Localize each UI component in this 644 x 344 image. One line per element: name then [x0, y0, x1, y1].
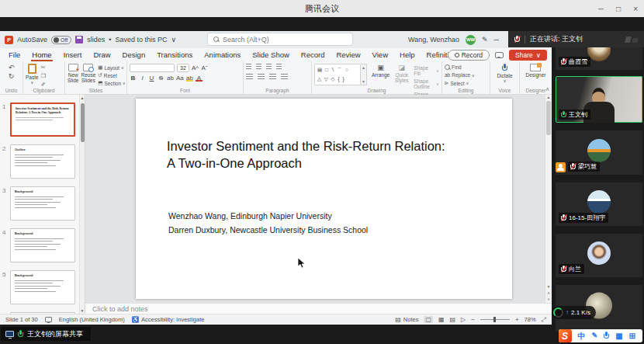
grow-font-button[interactable]: A^ — [192, 64, 199, 71]
ime-keyboard-icon[interactable]: ▦ — [615, 329, 622, 342]
reading-view-button[interactable]: ▤ — [450, 316, 456, 323]
ime-toolbar[interactable]: S 中 ✎ ▦ ⊞ — [559, 329, 642, 342]
quick-styles-button[interactable]: ◪ Quick Styles — [392, 64, 411, 83]
designer-button[interactable]: Designer — [525, 64, 545, 78]
notes-toggle[interactable]: ▤ Notes — [395, 316, 418, 323]
ribbon-tab[interactable]: View — [372, 48, 389, 61]
ribbon-tab[interactable]: Help — [399, 48, 416, 61]
find-button[interactable]: Find — [445, 64, 462, 70]
accessibility-status[interactable]: ♿ Accessibility: Investigate — [132, 316, 205, 323]
reset-button[interactable]: ↺Reset — [98, 72, 116, 78]
numbering-icon[interactable] — [256, 64, 261, 69]
minimize-button[interactable]: ─ — [598, 5, 604, 13]
dictate-button[interactable]: Dictate ∨ — [497, 64, 512, 84]
indent-increase-icon[interactable] — [276, 64, 282, 69]
search-box[interactable]: Search (Alt+Q) — [208, 33, 352, 45]
ribbon-tab[interactable]: Insert — [63, 48, 83, 61]
bullets-icon[interactable] — [246, 64, 251, 69]
align-center-icon[interactable] — [258, 74, 265, 79]
ppt-minimize-button[interactable]: ─ — [494, 36, 499, 43]
select-button[interactable]: ⊳Select∨ — [445, 80, 469, 86]
copy-icon[interactable]: ❐ — [41, 72, 46, 80]
ribbon-tab[interactable]: Review — [335, 48, 361, 61]
ribbon-tab[interactable]: Transitions — [156, 48, 193, 61]
next-slide-icon[interactable]: ∨ — [547, 297, 550, 301]
ime-pen-icon[interactable]: ✎ — [592, 329, 598, 342]
ribbon-tab[interactable]: Record — [300, 48, 326, 61]
slide-thumbnail[interactable]: 5 Background — [2, 270, 75, 304]
paste-button[interactable]: Paste ∨ — [26, 64, 39, 85]
ribbon-tab[interactable]: Animations — [203, 48, 241, 61]
user-avatar[interactable]: WW — [466, 35, 476, 45]
scroll-up-icon[interactable]: ▲ — [81, 95, 85, 101]
change-case-button[interactable]: Aa — [176, 75, 184, 82]
ribbon-tab[interactable]: File — [8, 48, 21, 61]
italic-button[interactable]: I — [139, 75, 146, 82]
ribbon-tab[interactable]: Draw — [92, 48, 111, 61]
participant-tile[interactable]: 向兰 — [556, 234, 642, 277]
scrollbar-thumb[interactable] — [81, 103, 85, 142]
edit-pencil-icon[interactable]: ✎ — [482, 36, 488, 43]
zoom-slider[interactable] — [480, 319, 510, 320]
notes-bar[interactable]: Click to add notes — [85, 303, 552, 314]
share-button[interactable]: Share∨ — [509, 50, 547, 61]
scrollbar-thumb[interactable] — [546, 101, 551, 135]
zoom-in-button[interactable]: + — [515, 316, 519, 323]
zoom-slider-knob[interactable] — [493, 317, 496, 322]
language-status[interactable]: English (United Kingdom) — [59, 316, 125, 323]
screen-share-banner[interactable]: 王文钊的屏幕共享 — [1, 327, 91, 341]
align-right-icon[interactable] — [269, 74, 276, 79]
comments-icon[interactable] — [495, 52, 504, 58]
slide-title[interactable]: Investor Sentiment and the Risk-Return R… — [167, 137, 483, 172]
shape-fill-button[interactable]: Shape Fill∨ — [414, 65, 439, 76]
layout-button[interactable]: ▦Layout∨ — [98, 64, 123, 71]
autosave-toggle[interactable]: Off — [51, 36, 71, 44]
font-name-input[interactable] — [130, 64, 175, 72]
document-title[interactable]: slides — [87, 36, 105, 43]
previous-slide-icon[interactable]: ∧ — [547, 290, 550, 295]
align-left-icon[interactable] — [246, 74, 253, 79]
sogou-logo[interactable]: S — [559, 329, 572, 342]
strikethrough-button[interactable]: S — [158, 75, 164, 82]
slide-sorter-view-button[interactable]: ▦ — [438, 316, 445, 323]
slide-canvas[interactable]: Investor Sentiment and the Risk-Return R… — [136, 99, 512, 299]
replace-button[interactable]: abReplace∨ — [445, 72, 475, 78]
font-color-button[interactable]: A — [196, 75, 203, 82]
highlight-color-button[interactable]: ab — [186, 75, 193, 82]
ribbon-tab[interactable]: Design — [122, 48, 147, 61]
close-button[interactable]: × — [633, 5, 638, 13]
slide-thumbnail[interactable]: 4 Background — [2, 228, 75, 262]
shapes-gallery[interactable]: ▤ □ ∖ ⌒ ○ △ ▽ ◇ { } — [314, 64, 361, 85]
panel-scrollbar[interactable]: ▲ ▼ — [79, 95, 85, 314]
slide-editor-canvas[interactable]: Investor Sentiment and the Risk-Return R… — [85, 95, 552, 303]
normal-view-button[interactable]: ▢ — [424, 316, 433, 323]
scroll-up-icon[interactable]: ▲ — [547, 95, 551, 99]
user-name[interactable]: Wang, Wenzhao — [408, 36, 459, 43]
cut-icon[interactable]: ✂ — [41, 64, 46, 71]
ime-voice-icon[interactable] — [604, 332, 609, 340]
display-settings-icon[interactable] — [45, 317, 52, 322]
ime-language-button[interactable]: 中 — [578, 329, 586, 342]
scroll-down-icon[interactable]: ▼ — [547, 284, 551, 289]
fit-to-window-icon[interactable]: ⤢ — [542, 316, 546, 324]
participant-tile[interactable]: 王文钊 — [556, 76, 642, 123]
ribbon-tab[interactable]: Slide Show — [251, 48, 290, 61]
participant-tile[interactable]: ↑ 2.1 K/s — [556, 285, 642, 332]
shapes-gallery-scroll[interactable]: ▲ ▼ — [361, 64, 367, 85]
participant-tile[interactable]: 梁巧慧 — [556, 130, 642, 175]
scroll-down-icon[interactable]: ▼ — [81, 308, 85, 314]
indent-decrease-icon[interactable] — [266, 64, 272, 69]
slide-thumbnail[interactable]: 1 Investor Sentiment and the Risk-Return… — [2, 103, 75, 137]
undo-icon[interactable]: ↶ — [9, 64, 15, 71]
font-size-input[interactable]: 32 — [177, 64, 189, 72]
shrink-font-button[interactable]: Aˇ — [201, 64, 208, 71]
reuse-slides-button[interactable]: Reuse Slides — [81, 64, 95, 83]
zoom-level[interactable]: 78% — [525, 316, 536, 323]
save-icon[interactable] — [75, 36, 83, 43]
justify-icon[interactable] — [281, 74, 288, 79]
slide-authors[interactable]: Wenzhao Wang, Edinburgh Napier Universit… — [168, 209, 483, 238]
doc-caret-icon[interactable]: ∨ — [171, 36, 176, 43]
arrange-button[interactable]: ▣ Arrange — [372, 64, 390, 78]
collapse-ribbon-icon[interactable]: ∧ — [545, 86, 549, 92]
new-slide-button[interactable]: New Slide — [68, 64, 78, 83]
